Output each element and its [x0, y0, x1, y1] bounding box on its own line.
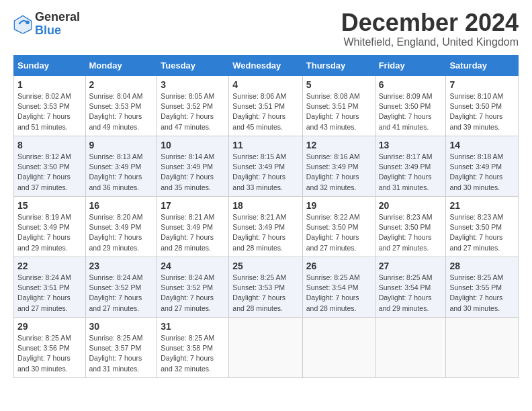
logo-blue: Blue — [35, 24, 80, 38]
day-number: 1 — [17, 79, 82, 90]
logo-icon — [13, 15, 32, 34]
day-info: Sunrise: 8:19 AMSunset: 3:49 PMDaylight:… — [17, 213, 71, 252]
day-info: Sunrise: 8:22 AMSunset: 3:50 PMDaylight:… — [306, 213, 360, 252]
header-sunday: Sunday — [14, 56, 86, 76]
day-number: 31 — [161, 321, 225, 332]
table-row — [446, 318, 519, 378]
calendar-week-row: 22 Sunrise: 8:24 AMSunset: 3:51 PMDaylig… — [14, 257, 519, 318]
day-info: Sunrise: 8:14 AMSunset: 3:49 PMDaylight:… — [161, 152, 214, 191]
header-monday: Monday — [85, 56, 157, 76]
day-number: 8 — [17, 140, 82, 150]
day-info: Sunrise: 8:25 AMSunset: 3:57 PMDaylight:… — [89, 334, 143, 373]
svg-point-2 — [26, 20, 30, 24]
table-row: 5 Sunrise: 8:08 AMSunset: 3:51 PMDayligh… — [302, 76, 375, 136]
table-row: 3 Sunrise: 8:05 AMSunset: 3:52 PMDayligh… — [157, 76, 229, 136]
day-number: 2 — [89, 79, 154, 90]
table-row: 22 Sunrise: 8:24 AMSunset: 3:51 PMDaylig… — [14, 257, 86, 318]
day-info: Sunrise: 8:23 AMSunset: 3:50 PMDaylight:… — [379, 213, 433, 252]
table-row: 17 Sunrise: 8:21 AMSunset: 3:49 PMDaylig… — [157, 197, 229, 257]
table-row: 16 Sunrise: 8:20 AMSunset: 3:49 PMDaylig… — [85, 197, 157, 257]
day-info: Sunrise: 8:25 AMSunset: 3:58 PMDaylight:… — [161, 334, 214, 373]
logo-general: General — [35, 11, 80, 24]
calendar-table: Sunday Monday Tuesday Wednesday Thursday… — [13, 55, 519, 378]
header-thursday: Thursday — [302, 56, 375, 76]
table-row: 7 Sunrise: 8:10 AMSunset: 3:50 PMDayligh… — [446, 76, 519, 136]
day-number: 12 — [306, 140, 371, 150]
table-row — [229, 318, 302, 378]
day-number: 13 — [379, 140, 443, 150]
table-row: 25 Sunrise: 8:25 AMSunset: 3:53 PMDaylig… — [229, 257, 302, 318]
day-info: Sunrise: 8:15 AMSunset: 3:49 PMDaylight:… — [232, 152, 286, 191]
day-info: Sunrise: 8:20 AMSunset: 3:49 PMDaylight:… — [89, 213, 143, 252]
day-number: 15 — [17, 200, 82, 211]
day-info: Sunrise: 8:05 AMSunset: 3:52 PMDaylight:… — [161, 92, 214, 131]
table-row: 10 Sunrise: 8:14 AMSunset: 3:49 PMDaylig… — [157, 136, 229, 197]
header-wednesday: Wednesday — [229, 56, 302, 76]
header-saturday: Saturday — [446, 56, 519, 76]
day-number: 21 — [449, 200, 515, 211]
table-row: 19 Sunrise: 8:22 AMSunset: 3:50 PMDaylig… — [302, 197, 375, 257]
day-number: 4 — [232, 79, 298, 90]
day-info: Sunrise: 8:08 AMSunset: 3:51 PMDaylight:… — [306, 92, 360, 131]
day-info: Sunrise: 8:23 AMSunset: 3:50 PMDaylight:… — [449, 213, 503, 252]
calendar-week-row: 8 Sunrise: 8:12 AMSunset: 3:50 PMDayligh… — [14, 136, 519, 197]
table-row: 21 Sunrise: 8:23 AMSunset: 3:50 PMDaylig… — [446, 197, 519, 257]
table-row: 29 Sunrise: 8:25 AMSunset: 3:56 PMDaylig… — [14, 318, 86, 378]
day-number: 19 — [306, 200, 371, 211]
table-row: 31 Sunrise: 8:25 AMSunset: 3:58 PMDaylig… — [157, 318, 229, 378]
day-info: Sunrise: 8:06 AMSunset: 3:51 PMDaylight:… — [232, 92, 286, 131]
day-number: 29 — [17, 321, 82, 332]
calendar-week-row: 1 Sunrise: 8:02 AMSunset: 3:53 PMDayligh… — [14, 76, 519, 136]
header-tuesday: Tuesday — [157, 56, 229, 76]
table-row: 24 Sunrise: 8:24 AMSunset: 3:52 PMDaylig… — [157, 257, 229, 318]
table-row: 11 Sunrise: 8:15 AMSunset: 3:49 PMDaylig… — [229, 136, 302, 197]
logo: General Blue — [13, 11, 80, 38]
day-number: 20 — [379, 200, 443, 211]
day-info: Sunrise: 8:24 AMSunset: 3:52 PMDaylight:… — [161, 273, 214, 312]
day-info: Sunrise: 8:21 AMSunset: 3:49 PMDaylight:… — [161, 213, 214, 252]
table-row: 4 Sunrise: 8:06 AMSunset: 3:51 PMDayligh… — [229, 76, 302, 136]
table-row: 15 Sunrise: 8:19 AMSunset: 3:49 PMDaylig… — [14, 197, 86, 257]
table-row: 28 Sunrise: 8:25 AMSunset: 3:55 PMDaylig… — [446, 257, 519, 318]
day-info: Sunrise: 8:21 AMSunset: 3:49 PMDaylight:… — [232, 213, 286, 252]
day-number: 3 — [161, 79, 225, 90]
day-number: 26 — [306, 261, 371, 271]
day-info: Sunrise: 8:17 AMSunset: 3:49 PMDaylight:… — [379, 152, 433, 191]
calendar-week-row: 29 Sunrise: 8:25 AMSunset: 3:56 PMDaylig… — [14, 318, 519, 378]
day-info: Sunrise: 8:09 AMSunset: 3:50 PMDaylight:… — [379, 92, 433, 131]
day-info: Sunrise: 8:12 AMSunset: 3:50 PMDaylight:… — [17, 152, 71, 191]
table-row: 20 Sunrise: 8:23 AMSunset: 3:50 PMDaylig… — [375, 197, 446, 257]
day-number: 28 — [449, 261, 515, 271]
day-number: 10 — [161, 140, 225, 150]
table-row: 26 Sunrise: 8:25 AMSunset: 3:54 PMDaylig… — [302, 257, 375, 318]
day-info: Sunrise: 8:25 AMSunset: 3:54 PMDaylight:… — [306, 273, 360, 312]
day-info: Sunrise: 8:04 AMSunset: 3:53 PMDaylight:… — [89, 92, 143, 131]
table-row: 30 Sunrise: 8:25 AMSunset: 3:57 PMDaylig… — [85, 318, 157, 378]
day-info: Sunrise: 8:10 AMSunset: 3:50 PMDaylight:… — [449, 92, 503, 131]
day-info: Sunrise: 8:13 AMSunset: 3:49 PMDaylight:… — [89, 152, 143, 191]
day-number: 22 — [17, 261, 82, 271]
day-number: 23 — [89, 261, 154, 271]
day-number: 27 — [379, 261, 443, 271]
day-number: 9 — [89, 140, 154, 150]
table-row: 1 Sunrise: 8:02 AMSunset: 3:53 PMDayligh… — [14, 76, 86, 136]
header-friday: Friday — [375, 56, 446, 76]
day-number: 30 — [89, 321, 154, 332]
day-info: Sunrise: 8:18 AMSunset: 3:49 PMDaylight:… — [449, 152, 503, 191]
title-section: December 2024 Whitefield, England, Unite… — [341, 11, 519, 48]
day-number: 18 — [232, 200, 298, 211]
day-info: Sunrise: 8:25 AMSunset: 3:53 PMDaylight:… — [232, 273, 286, 312]
table-row — [375, 318, 446, 378]
day-number: 25 — [232, 261, 298, 271]
table-row: 27 Sunrise: 8:25 AMSunset: 3:54 PMDaylig… — [375, 257, 446, 318]
table-row: 6 Sunrise: 8:09 AMSunset: 3:50 PMDayligh… — [375, 76, 446, 136]
table-row: 14 Sunrise: 8:18 AMSunset: 3:49 PMDaylig… — [446, 136, 519, 197]
calendar-week-row: 15 Sunrise: 8:19 AMSunset: 3:49 PMDaylig… — [14, 197, 519, 257]
table-row — [302, 318, 375, 378]
day-number: 24 — [161, 261, 225, 271]
day-info: Sunrise: 8:24 AMSunset: 3:52 PMDaylight:… — [89, 273, 143, 312]
month-title: December 2024 — [341, 11, 519, 35]
day-info: Sunrise: 8:24 AMSunset: 3:51 PMDaylight:… — [17, 273, 71, 312]
day-info: Sunrise: 8:16 AMSunset: 3:49 PMDaylight:… — [306, 152, 360, 191]
logo-text: General Blue — [35, 11, 80, 38]
